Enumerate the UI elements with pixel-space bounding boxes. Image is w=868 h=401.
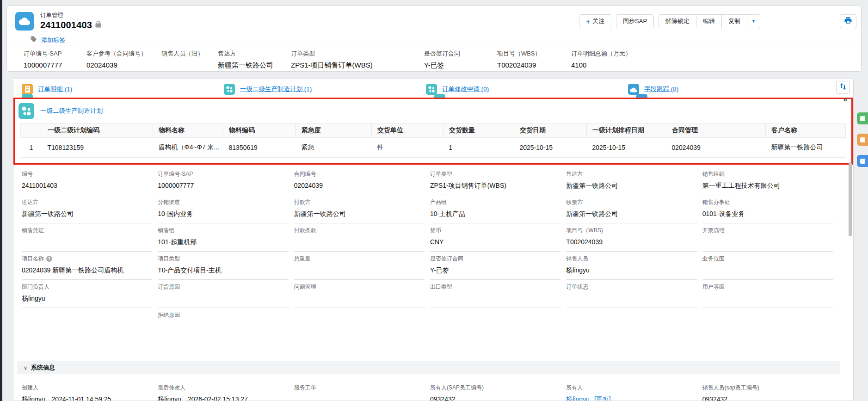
more-actions-dropdown[interactable]: ▼ [747,14,760,28]
summary-field: 订单明细总额（万元） 4100 [571,49,664,70]
detail-field: 编号2411001403 [22,167,152,195]
tag-icon [30,36,37,44]
detail-field: 总重量 [294,252,425,280]
help-icon[interactable]: ? [46,256,52,262]
summary-field: 订单编号-SAP 1000007777 [24,49,86,70]
detail-field: 订单编号-SAP1000007777 [158,167,288,195]
customer-link[interactable]: 新疆第一铁路公司 [766,138,846,158]
contract-no-link[interactable]: 02024039 [294,181,425,190]
system-info-fields: 创建人杨lingyu，2024-11-01 14:59:25 最后修改人杨lin… [22,381,833,401]
edge-plugin-orange-icon[interactable] [857,134,868,146]
print-button[interactable] [840,14,856,28]
detail-field: 送达方新疆第一铁路公司 [22,195,152,223]
contract-link[interactable]: 02024039 [666,138,766,158]
delivery-qty: 1 [443,138,514,158]
detail-field: 货币CNY [430,223,560,252]
detail-field: 最后修改人杨lingyu，2026-02-02 15:13:27 [158,381,288,401]
detail-field: 开票冻结 [702,223,833,252]
detail-field: 出口类型 [430,280,560,308]
switch-layout-button[interactable] [836,81,850,94]
follow-button[interactable]: + 关注 [579,14,611,28]
detail-field: 付款条款 [294,223,425,252]
change-owner-link[interactable]: [更改] [594,395,611,401]
plan-table-row: 1 T108123159 盾构机（Φ4~Φ7 米... 81350619 紧急 … [21,138,846,158]
empty-cell [702,308,833,336]
production-plan-highlight-section: 一级二级生产制造计划 一级二级计划编码 物料名称 物料编码 紧急度 交货单位 [13,98,853,165]
detail-field: 项目名称? 02024039 新疆第一铁路公司盾构机 [22,252,152,280]
edit-button[interactable]: 编辑 [696,14,722,28]
object-type-label: 订单管理 [40,12,63,19]
detail-field: 订货原因 [158,280,288,308]
chevron-down-icon: ∨ [24,365,27,371]
delivery-date: 2025-10-15 [514,138,587,158]
detail-field: 是否签订合同Y-已签 [430,252,560,280]
sold-to-link[interactable]: 新疆第一铁路公司 [218,61,291,70]
bill-to-link[interactable]: 新疆第一铁路公司 [566,209,696,218]
related-list-tabs: 订单明细 (1) 一级二级生产制造计划 (1) 订单修改申请 (0) 字段跟踪 … [22,84,830,95]
detail-field: 销售凭证 [22,223,152,252]
record-header-card: 订单管理 2411001403 添加标签 + 关注 同步SAP [6,6,862,72]
detail-field: 售达方新疆第一铁路公司 [566,167,696,195]
detail-field: 问题管理 [294,280,425,308]
order-detail-page: 订单管理 2411001403 添加标签 + 关注 同步SAP [0,0,868,401]
detail-field: 销售办事处0101-设备业务 [702,195,833,223]
detail-field: 分销渠道10-国内业务 [158,195,288,223]
production-plan-section-title[interactable]: 一级二级生产制造计划 [40,107,103,115]
detail-field: 用户等级 [702,280,833,308]
detail-field: 项目类型T0-产品交付项目-主机 [158,252,288,280]
detail-field: 项目号（WBS)T002024039 [566,223,696,252]
detail-field: 销售人员(sap员工编号)0932432 [702,381,833,401]
summary-field: 项目号（WBS） T002024039 [497,49,571,70]
owner-link[interactable]: 杨lingyu [566,395,590,401]
detail-field: 销售组织第一重工工程技术有限公司 [702,167,833,195]
tab-field-tracking: 字段跟踪 (8) [628,84,830,95]
production-plan-icon [224,84,235,95]
record-id: 2411001403 [40,20,92,31]
ship-to-link[interactable]: 新疆第一铁路公司 [22,209,152,218]
swap-arrows-icon [839,83,847,92]
schedule-date: 2025-10-15 [587,138,666,158]
detail-field: 所有人(SAP员工编号)0932432 [430,381,560,401]
record-button-group: 解除锁定 编辑 复制 ▼ [659,14,760,28]
detail-field: 收票方新疆第一铁路公司 [566,195,696,223]
empty-cell [294,308,425,336]
sold-to-link[interactable]: 新疆第一铁路公司 [566,181,696,190]
window-edge [0,0,2,401]
detail-field: 订单状态 [566,280,696,308]
collapse-panel-icon[interactable]: « [843,95,848,104]
sync-sap-button[interactable]: 同步SAP [616,14,654,28]
edge-plugin-blue-icon[interactable] [857,155,868,167]
record-header: 订单管理 2411001403 添加标签 + 关注 同步SAP [7,6,861,45]
summary-field: 订单类型 ZPS1-项目销售订单(WBS) [291,49,424,70]
detail-field: 服务工单 [294,381,425,401]
cloud-object-icon [15,12,34,31]
salesperson-link[interactable]: 杨lingyu [566,265,696,275]
record-detail-panel: 订单明细 (1) 一级二级生产制造计划 (1) 订单修改申请 (0) 字段跟踪 … [13,79,854,401]
detail-field: 付款方新疆第一铁路公司 [294,195,425,223]
plan-table-header-row: 一级二级计划编码 物料名称 物料编码 紧急度 交货单位 交货数量 交货日期 一级… [21,123,846,138]
system-info-section-header[interactable]: ∨ 系统信息 [17,361,840,374]
copy-button[interactable]: 复制 [722,14,747,28]
vertical-scrollbar[interactable] [849,162,852,236]
production-plan-table: 一级二级计划编码 物料名称 物料编码 紧急度 交货单位 交货数量 交货日期 一级… [20,123,846,158]
empty-cell [430,308,560,336]
highlight-summary-strip: 订单编号-SAP 1000007777 客户参考（合同编号） 02024039 … [24,49,664,70]
field-tracking-icon [628,84,639,95]
detail-field: 订单类型ZPS1-项目销售订单(WBS) [430,167,560,195]
detail-field: 业务范围 [702,252,833,280]
detail-field: 产品组10-主机产品 [430,195,560,223]
detail-field: 销售人员杨lingyu [566,252,696,280]
edge-plugin-green-icon[interactable] [857,112,868,124]
delivery-unit: 件 [372,138,443,158]
plan-code-link[interactable]: T108123159 [42,138,153,158]
unlock-button[interactable]: 解除锁定 [659,14,696,28]
summary-field: 客户参考（合同编号） 02024039 [86,49,161,70]
payer-link[interactable]: 新疆第一铁路公司 [294,209,425,218]
tab-order-lines: 订单明细 (1) [22,84,224,95]
urgency: 紧急 [296,138,372,158]
detail-field: 部门负责人杨lingyu [22,280,152,308]
dept-manager-link[interactable]: 杨lingyu [22,294,152,303]
order-lines-icon [22,84,33,95]
add-tag-link[interactable]: 添加标签 [41,36,65,44]
summary-field: 是否签订合同 Y-已签 [424,49,497,70]
